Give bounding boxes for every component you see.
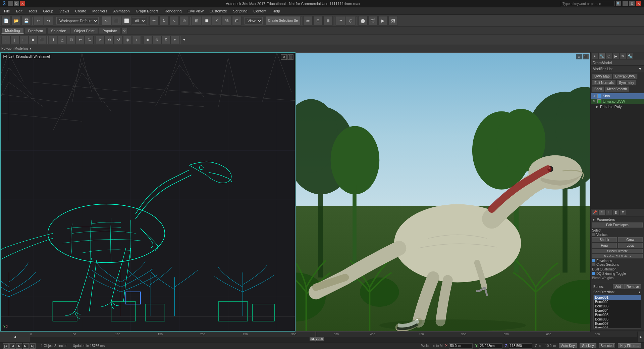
percent-snap-btn[interactable]: % xyxy=(222,16,231,26)
render-setup-btn[interactable]: 🎬 xyxy=(368,16,378,26)
loop-btn[interactable]: Loop xyxy=(618,243,643,248)
extrude-btn[interactable]: ⬆ xyxy=(49,36,57,44)
save-btn[interactable]: 💾 xyxy=(21,16,31,26)
help-restore-btn[interactable]: ⧉ xyxy=(629,1,635,6)
go-start-btn[interactable]: |◀ xyxy=(3,343,9,349)
edit-normals-btn[interactable]: Edit Normals xyxy=(592,80,616,86)
align-view-btn[interactable]: ⊠ xyxy=(323,16,333,26)
menu-views[interactable]: Views xyxy=(57,8,72,14)
tab-freeform[interactable]: Freeform xyxy=(24,28,47,34)
select-element-btn[interactable]: Select Element xyxy=(592,249,643,253)
cut-btn[interactable]: ✂ xyxy=(96,36,105,44)
material-editor-btn[interactable]: ⬤ xyxy=(358,16,368,26)
quickslice-btn[interactable]: ⊘ xyxy=(105,36,114,44)
stack-unwrap[interactable]: 👁 Unwrap UVW xyxy=(591,99,644,104)
select-btn[interactable]: ↖ xyxy=(102,16,111,26)
menu-modifiers[interactable]: Modifiers xyxy=(90,8,110,14)
target-weld-btn[interactable]: ⊕ xyxy=(152,36,161,44)
tab-populate[interactable]: Populate xyxy=(99,28,120,34)
grow-btn[interactable]: Grow xyxy=(618,237,643,242)
create-selection-set-btn[interactable]: Create Selection Se xyxy=(266,16,300,26)
menu-scripting[interactable]: Scripting xyxy=(230,8,250,14)
motion-panel-btn[interactable]: ▶ xyxy=(612,53,619,59)
spinner-snap-btn[interactable]: ⊡ xyxy=(232,16,241,26)
tab-object-paint[interactable]: Object Paint xyxy=(71,28,98,34)
pin-icon-btn[interactable]: 📌 xyxy=(591,209,598,215)
sort-arrow-icon[interactable]: ▲ xyxy=(638,290,641,294)
chamfer-btn[interactable]: ⋄ xyxy=(170,36,179,44)
align-btn[interactable]: ⊟ xyxy=(313,16,323,26)
shrink-btn[interactable]: Shrink xyxy=(592,237,617,242)
timeline-right-arrow-btn[interactable]: ▶ xyxy=(640,335,642,339)
hierarchy-panel-btn[interactable]: ⬡ xyxy=(605,53,612,59)
inset-btn[interactable]: ⊡ xyxy=(67,36,75,44)
loop-btn[interactable]: ↺ xyxy=(114,36,123,44)
vertices-checkbox[interactable] xyxy=(592,233,595,236)
schematic-view-btn[interactable]: ⬡ xyxy=(346,16,355,26)
mirror-btn[interactable]: ⇌ xyxy=(303,16,313,26)
edge-mode-btn[interactable]: | xyxy=(10,36,19,44)
select-region-btn[interactable]: ⬛ xyxy=(112,16,121,26)
menu-group[interactable]: Group xyxy=(40,8,56,14)
connect-btn[interactable]: + xyxy=(132,36,141,44)
menu-create[interactable]: Create xyxy=(72,8,89,14)
y-coord-input[interactable] xyxy=(479,343,502,349)
move-btn[interactable]: ✛ xyxy=(149,16,159,26)
ring-btn[interactable]: ◎ xyxy=(123,36,132,44)
menu-help[interactable]: Help xyxy=(270,8,283,14)
cross-sections-checkbox[interactable] xyxy=(592,263,595,266)
reference-btn[interactable]: ⊕ xyxy=(179,16,189,26)
poly-mode-btn[interactable]: ◼ xyxy=(29,36,37,44)
search-input[interactable] xyxy=(561,1,614,6)
menu-graph-editors[interactable]: Graph Editors xyxy=(133,8,161,14)
config-modifier-btn[interactable]: ⚙ xyxy=(620,209,626,215)
timeline-left-arrow-btn[interactable]: ◀ xyxy=(14,335,16,339)
viewport-left[interactable]: [+] [Left] [Standard] [Wireframe] ⚙ ⬛ xyxy=(0,52,296,332)
stack-editable-poly[interactable]: ▶ Editable Poly xyxy=(591,104,644,109)
bevel-btn[interactable]: △ xyxy=(58,36,66,44)
bone-bone005[interactable]: Bone005 xyxy=(594,313,641,317)
element-mode-btn[interactable]: ⬛ xyxy=(38,36,46,44)
move-up-icon-btn[interactable]: ↑ xyxy=(605,209,612,215)
vp-left-options-btn[interactable]: ⚙ xyxy=(281,54,287,60)
x-coord-input[interactable] xyxy=(449,343,473,349)
redo-btn[interactable]: ↪ xyxy=(44,16,53,26)
menu-edit[interactable]: Edit xyxy=(13,8,25,14)
curve-editor-btn[interactable]: 〜 xyxy=(336,16,345,26)
render-frame-btn[interactable]: 🖼 xyxy=(388,16,398,26)
help-close-btn[interactable]: ✕ xyxy=(636,1,641,6)
minimize-btn[interactable]: ─ xyxy=(8,1,13,6)
next-frame-btn[interactable]: ▶| xyxy=(23,343,29,349)
bone-bone007[interactable]: Bone007 xyxy=(594,321,641,326)
scale-btn[interactable]: ⤡ xyxy=(169,16,179,26)
menu-civil-view[interactable]: Civil View xyxy=(185,8,206,14)
tab-options-btn[interactable]: ⚙ xyxy=(121,28,127,34)
play-btn[interactable]: ▶ xyxy=(16,343,22,349)
remove-bone-btn[interactable]: Remove xyxy=(624,284,641,289)
bone-bone002[interactable]: Bone002 xyxy=(594,300,641,304)
set-key-btn[interactable]: Set Key xyxy=(580,343,596,348)
weld-btn[interactable]: ◆ xyxy=(143,36,152,44)
menu-content[interactable]: Content xyxy=(251,8,269,14)
bone-bone001[interactable]: Bone001 xyxy=(594,295,641,300)
vp-left-maximize-btn[interactable]: ⬛ xyxy=(287,54,293,60)
menu-rendering[interactable]: Rendering xyxy=(162,8,184,14)
remove-btn[interactable]: ✗ xyxy=(161,36,170,44)
restore-btn[interactable]: ⧉ xyxy=(14,1,19,6)
unwrap-uvw-btn[interactable]: Unwrap UVW xyxy=(613,73,638,79)
symmetry-btn[interactable]: Symmetry xyxy=(616,80,636,86)
render-btn[interactable]: ▶ xyxy=(378,16,388,26)
vp-right-maximize-btn[interactable]: ⬛ xyxy=(583,54,589,59)
backface-btn[interactable]: Backface Cull Vertices xyxy=(592,254,643,258)
border-mode-btn[interactable]: □ xyxy=(19,36,28,44)
tab-selection[interactable]: Selection xyxy=(47,28,70,34)
add-bone-btn[interactable]: Add xyxy=(613,284,624,289)
snap-btn[interactable]: 🔲 xyxy=(202,16,211,26)
bone-bone006[interactable]: Bone006 xyxy=(594,317,641,321)
menu-animation[interactable]: Animation xyxy=(111,8,132,14)
tab-modeling[interactable]: Modeling xyxy=(1,28,24,34)
list-icon-btn[interactable]: ≡ xyxy=(598,209,605,215)
undo-btn[interactable]: ↩ xyxy=(34,16,43,26)
timeline-track[interactable]: 0 50 100 150 200 250 300 330 400 450 500… xyxy=(30,332,637,342)
vertex-mode-btn[interactable]: · xyxy=(1,36,10,44)
